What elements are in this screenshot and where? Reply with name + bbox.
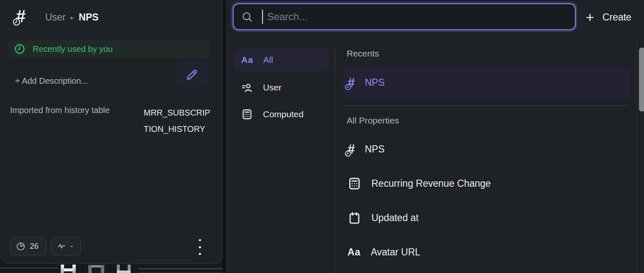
numeric-history-icon: # [16,8,26,25]
chevron-right-icon: ▸ [71,14,74,21]
result-label: Updated at [371,212,419,224]
column-divider [335,47,335,273]
section-divider [343,106,630,106]
recently-used-badge: Recently used by you [8,40,209,58]
filter-tab-label: All [263,55,273,65]
property-item-recurring-revenue-change[interactable]: Recurring Revenue Change [343,175,630,192]
text-caret [262,10,263,24]
imported-table-value: MRR_SUBSCRIPTION_HISTORY [144,105,211,137]
property-item-nps[interactable]: # NPS [343,140,630,158]
panel-divider [223,0,226,273]
add-description-button[interactable]: + Add Description... [15,76,88,86]
calculator-icon [348,177,361,191]
scrollbar-track[interactable] [637,39,637,273]
edit-description-button[interactable] [176,62,208,87]
pencil-icon [185,68,199,81]
result-label: Avatar URL [371,247,420,258]
property-item-avatar-url[interactable]: Aa Avatar URL [343,243,630,261]
text-format-icon: Aa [241,55,253,65]
clock-icon [14,44,25,54]
sample-count-button[interactable]: 26 [10,237,46,255]
property-picker-modal: + Create Aa All User Computed Recents # [226,0,644,273]
create-button[interactable]: + Create [586,8,631,26]
imported-from-label: Imported from history table [10,106,110,115]
filter-tab-all[interactable]: Aa All [234,49,329,71]
result-label: NPS [365,77,384,88]
property-item-updated-at[interactable]: Updated at [343,209,630,227]
background-content [0,264,223,273]
recent-item-nps[interactable]: # NPS [343,66,630,100]
pulse-icon [57,242,66,251]
result-label: Recurring Revenue Change [371,178,491,189]
text-format-icon: Aa [348,247,361,258]
calendar-icon [348,211,361,225]
recently-used-label: Recently used by you [33,44,113,54]
result-label: NPS [365,144,384,155]
trend-value: - [70,242,73,251]
pie-chart-icon [16,242,26,251]
search-bar[interactable] [233,3,576,30]
create-button-label: Create [603,12,631,23]
recents-header: Recents [347,49,379,59]
property-detail-panel: # User ▸ NPS Recently used by you + Add … [0,0,223,264]
search-input[interactable] [267,11,567,23]
breadcrumb-current: NPS [79,12,98,23]
numeric-history-icon: # [348,143,355,156]
filter-tab-user[interactable]: User [234,76,329,99]
breadcrumb: User ▸ NPS [45,12,98,23]
sample-count-value: 26 [30,242,39,251]
calculator-icon [241,108,253,120]
search-icon [241,11,253,23]
filter-tab-label: User [263,82,281,93]
numeric-history-icon: # [348,76,355,89]
filter-tab-computed[interactable]: Computed [234,103,329,126]
trend-button[interactable]: - [51,237,81,255]
scrollbar-thumb[interactable] [639,48,644,111]
more-options-button[interactable] [197,239,203,255]
breadcrumb-parent[interactable]: User [45,12,66,23]
plus-icon: + [586,10,594,24]
all-properties-header: All Properties [347,116,399,126]
filter-tab-label: Computed [263,109,304,119]
user-list-icon [241,82,253,93]
